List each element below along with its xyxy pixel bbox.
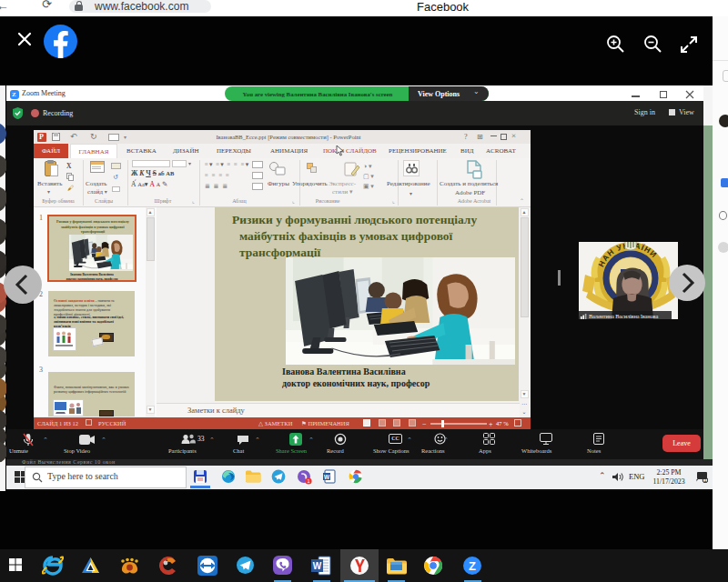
svg-text:1: 1 — [307, 478, 309, 484]
svg-text:1: 1 — [703, 477, 706, 483]
svg-text:W: W — [313, 561, 322, 571]
svg-text:Z: Z — [469, 559, 476, 573]
svg-text:W: W — [324, 474, 330, 480]
